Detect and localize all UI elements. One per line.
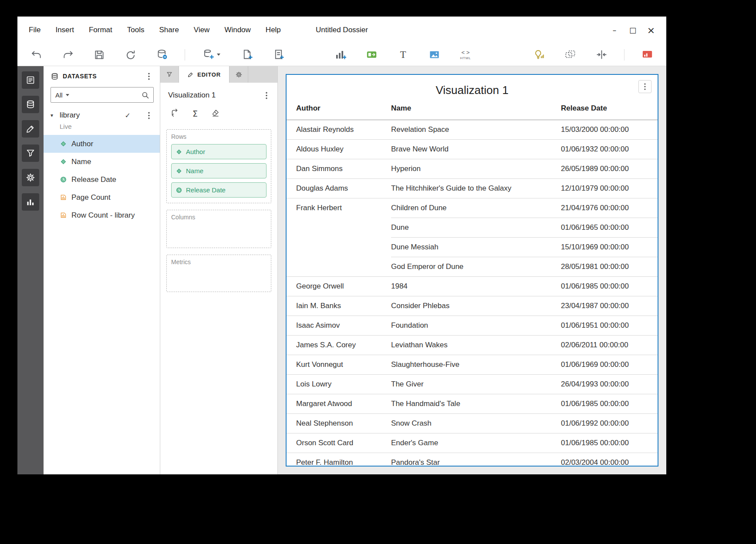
grid-cell-date[interactable]: 01/06/1985 00:00:00 [561, 433, 658, 453]
minimize-button[interactable]: – [607, 24, 622, 37]
menu-item[interactable]: Insert [54, 24, 75, 36]
grid-cell-date[interactable]: 01/06/1951 00:00:00 [561, 316, 658, 336]
sidebar-datasets-button[interactable] [22, 96, 39, 113]
grid-cell-name[interactable]: Hyperion [391, 159, 561, 179]
dataset-tree-item[interactable]: ▾ library ✓ [44, 108, 160, 123]
manage-datasets-button[interactable] [153, 46, 171, 64]
visualization-card[interactable]: Visualization 1 Author Name Release Date [286, 74, 658, 467]
grid-cell-author[interactable]: Frank Herbert [287, 198, 391, 218]
rows-drop-zone[interactable]: Rows Author [166, 129, 271, 203]
add-visualization-button[interactable] [331, 46, 349, 64]
grid-cell-name[interactable]: Ender's Game [391, 433, 561, 453]
menu-item[interactable]: Tools [126, 24, 145, 36]
menu-item[interactable]: Share [158, 24, 179, 36]
grid-cell-date[interactable]: 12/10/1979 00:00:00 [561, 179, 658, 198]
grid-cell-name[interactable]: Dune Messiah [391, 238, 561, 257]
datasets-menu-button[interactable] [144, 71, 154, 81]
grid-row[interactable]: Dan Simmons Hyperion 26/05/1989 00:00:00 [287, 159, 658, 179]
grid-cell-name[interactable]: Pandora's Star [391, 453, 561, 467]
grid-row[interactable]: Neal Stephenson Snow Crash 01/06/1992 00… [287, 414, 658, 433]
redo-button[interactable] [59, 46, 77, 64]
grid-cell-name[interactable]: Snow Crash [391, 414, 561, 433]
grid-cell-author[interactable]: Isaac Asimov [287, 316, 391, 336]
dataset-field[interactable]: Name [44, 153, 160, 171]
grid-header-date[interactable]: Release Date [561, 101, 658, 120]
grid-row[interactable]: Douglas Adams The Hitchhiker's Guide to … [287, 179, 658, 198]
grid-cell-date[interactable]: 15/10/1969 00:00:00 [561, 238, 658, 257]
presentation-button[interactable] [638, 46, 656, 64]
maximize-button[interactable]: □ [625, 24, 640, 37]
grid-cell-author[interactable]: Kurt Vonnegut [287, 355, 391, 375]
dataset-search-box[interactable]: All [51, 87, 154, 103]
sidebar-visualizations-button[interactable] [22, 193, 39, 211]
grid-cell-name[interactable]: Leviathan Wakes [391, 336, 561, 355]
grid-cell-date[interactable]: 02/06/2011 00:00:00 [561, 336, 658, 355]
grid-cell-author[interactable]: Douglas Adams [287, 179, 391, 198]
grid-row[interactable]: Orson Scott Card Ender's Game 01/06/1985… [287, 433, 658, 453]
grouping-button[interactable] [561, 46, 579, 64]
add-html-button[interactable]: < > HTML [457, 46, 474, 64]
grid-row[interactable]: Margaret Atwood The Handmaid's Tale 01/0… [287, 394, 658, 414]
grid-cell-author[interactable] [287, 238, 391, 257]
grid-cell-name[interactable]: The Giver [391, 375, 561, 394]
grid-cell-date[interactable]: 23/04/1987 00:00:00 [561, 296, 658, 316]
fit-contents-button[interactable] [593, 46, 610, 64]
grid-cell-author[interactable]: Neal Stephenson [287, 414, 391, 433]
dataset-field[interactable]: Page Count [44, 188, 160, 206]
field-chip[interactable]: Name [171, 163, 267, 178]
insights-button[interactable] [530, 46, 547, 64]
grid-cell-author[interactable]: Lois Lowry [287, 375, 391, 394]
clear-button[interactable] [211, 108, 220, 119]
grid-cell-author[interactable] [287, 257, 391, 277]
swap-axes-button[interactable] [170, 108, 179, 119]
dataset-field[interactable]: Author [44, 135, 160, 153]
grid-header-author[interactable]: Author [287, 101, 391, 120]
grid-row[interactable]: Isaac Asimov Foundation 01/06/1951 00:00… [287, 316, 658, 336]
grid-cell-name[interactable]: Foundation [391, 316, 561, 336]
add-chapter-button[interactable] [270, 46, 287, 64]
grid-row[interactable]: Kurt Vonnegut Slaughterhouse-Five 01/06/… [287, 355, 658, 375]
columns-drop-zone[interactable]: Columns [166, 210, 271, 248]
sidebar-filter-button[interactable] [22, 144, 39, 162]
grid-cell-date[interactable]: 01/06/1985 00:00:00 [561, 277, 658, 296]
grid-cell-name[interactable]: God Emperor of Dune [391, 257, 561, 277]
grid-cell-author[interactable] [287, 218, 391, 238]
add-image-button[interactable] [425, 46, 443, 64]
grid-cell-name[interactable]: Children of Dune [391, 198, 561, 218]
undo-button[interactable] [28, 46, 45, 64]
menu-item[interactable]: Format [88, 24, 113, 36]
grid-cell-date[interactable]: 26/05/1989 00:00:00 [561, 159, 658, 179]
grid-cell-author[interactable]: Orson Scott Card [287, 433, 391, 453]
field-chip[interactable]: Author [171, 144, 267, 159]
tab-filter[interactable] [160, 66, 179, 83]
grid-cell-name[interactable]: Brave New World [391, 140, 561, 159]
grid-cell-date[interactable]: 21/04/1976 00:00:00 [561, 198, 658, 218]
field-chip[interactable]: Release Date [171, 182, 267, 198]
grid-row[interactable]: James S.A. Corey Leviathan Wakes 02/06/2… [287, 336, 658, 355]
metrics-drop-zone[interactable]: Metrics [166, 255, 271, 292]
grid-cell-date[interactable]: 01/06/1932 00:00:00 [561, 140, 658, 159]
grid-cell-name[interactable]: The Hitchhiker's Guide to the Galaxy [391, 179, 561, 198]
grid-row[interactable]: Aldous Huxley Brave New World 01/06/1932… [287, 140, 658, 159]
save-button[interactable] [91, 46, 108, 64]
grid-cell-date[interactable]: 28/05/1981 00:00:00 [561, 257, 658, 277]
viz-menu-button[interactable] [638, 80, 651, 93]
editor-viz-menu-button[interactable] [262, 91, 271, 100]
sigma-button[interactable]: Σ [192, 109, 198, 118]
grid-cell-name[interactable]: The Handmaid's Tale [391, 394, 561, 414]
refresh-button[interactable] [122, 46, 139, 64]
menu-item[interactable]: View [193, 24, 211, 36]
sidebar-settings-button[interactable] [22, 169, 39, 186]
grid-cell-date[interactable]: 01/06/1985 00:00:00 [561, 394, 658, 414]
grid-row[interactable]: Dune Messiah 15/10/1969 00:00:00 [287, 238, 658, 257]
grid-cell-name[interactable]: Slaughterhouse-Five [391, 355, 561, 375]
add-page-button[interactable] [238, 46, 256, 64]
close-button[interactable]: × [644, 24, 658, 37]
grid-cell-name[interactable]: Dune [391, 218, 561, 238]
grid-cell-author[interactable]: Margaret Atwood [287, 394, 391, 414]
grid-cell-author[interactable]: Alastair Reynolds [287, 120, 391, 140]
grid-cell-date[interactable]: 02/03/2004 00:00:00 [561, 453, 658, 467]
search-filter-value[interactable]: All [55, 91, 63, 99]
grid-cell-author[interactable]: Dan Simmons [287, 159, 391, 179]
grid-cell-author[interactable]: Peter F. Hamilton [287, 453, 391, 467]
